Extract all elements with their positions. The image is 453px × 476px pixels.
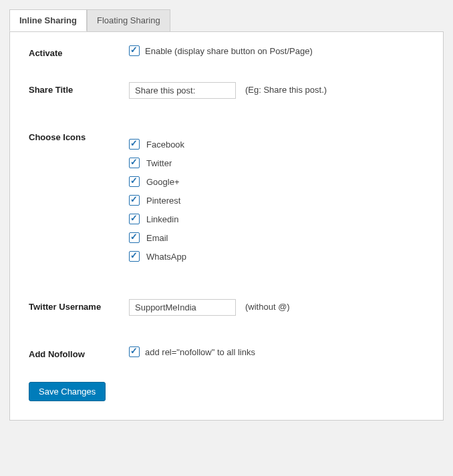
share-title-label: Share Title — [29, 82, 129, 95]
icon-option: Email — [129, 232, 186, 243]
tab-inline-sharing[interactable]: Inline Sharing — [9, 9, 87, 31]
tabs: Inline Sharing Floating Sharing — [9, 9, 444, 32]
nofollow-label: Add Nofollow — [29, 346, 129, 359]
nofollow-checkbox[interactable] — [129, 346, 140, 357]
icon-name: Facebook — [146, 140, 184, 150]
icon-name: Linkedin — [146, 214, 178, 224]
share-title-input[interactable] — [129, 82, 236, 99]
icon-option: Twitter — [129, 158, 186, 168]
icon-checkbox-email[interactable] — [129, 232, 140, 243]
twitter-username-hint: (without @) — [245, 299, 290, 312]
choose-icons-label: Choose Icons — [29, 130, 129, 142]
save-button[interactable]: Save Changes — [29, 382, 106, 401]
icon-checkbox-pinterest[interactable] — [129, 195, 140, 206]
icon-name: WhatsApp — [146, 252, 186, 262]
icon-name: Twitter — [146, 158, 172, 168]
icon-name: Google+ — [146, 177, 180, 187]
icons-list: Facebook Twitter Google+ Pinterest — [129, 139, 186, 262]
twitter-username-input[interactable] — [129, 299, 236, 316]
icon-name: Pinterest — [146, 196, 180, 206]
icon-option: Linkedin — [129, 214, 186, 224]
icon-option: Google+ — [129, 176, 186, 187]
activate-label: Activate — [29, 45, 129, 58]
panel: Activate Enable (display share button on… — [9, 31, 444, 421]
icon-option: Pinterest — [129, 195, 186, 206]
icon-checkbox-whatsapp[interactable] — [129, 251, 140, 262]
activate-checkbox[interactable] — [129, 45, 140, 56]
icon-checkbox-facebook[interactable] — [129, 139, 140, 150]
tab-floating-sharing[interactable]: Floating Sharing — [87, 9, 170, 31]
icon-option: Facebook — [129, 139, 186, 150]
icon-name: Email — [146, 233, 168, 243]
icon-checkbox-linkedin[interactable] — [129, 214, 140, 224]
icon-checkbox-googleplus[interactable] — [129, 176, 140, 187]
share-title-hint: (Eg: Share this post.) — [245, 82, 327, 95]
activate-text: Enable (display share button on Post/Pag… — [145, 46, 313, 56]
icon-option: WhatsApp — [129, 251, 186, 262]
nofollow-text: add rel="nofollow" to all links — [145, 347, 255, 357]
twitter-username-label: Twitter Username — [29, 299, 129, 312]
icon-checkbox-twitter[interactable] — [129, 158, 140, 168]
